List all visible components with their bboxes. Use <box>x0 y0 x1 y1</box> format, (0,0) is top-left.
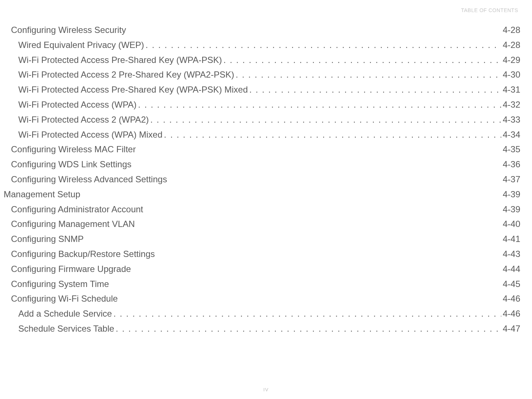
toc-entry: Wired Equivalent Privacy (WEP) . . . . .… <box>4 38 520 53</box>
toc-entry: Configuring SNMP . . . . . . . . . . . .… <box>4 232 520 247</box>
toc-entry-page: 4-34 <box>503 127 520 142</box>
toc-entry: Schedule Services Table . . . . . . . . … <box>4 321 520 336</box>
toc-entry: Wi-Fi Protected Access Pre-Shared Key (W… <box>4 82 520 97</box>
toc-entry-title: Configuring Administrator Account <box>11 202 143 217</box>
toc-leader-dots: . . . . . . . . . . . . . . . . . . . . … <box>146 38 501 53</box>
toc-entry-title: Wired Equivalent Privacy (WEP) <box>18 38 144 53</box>
toc-entry-page: 4-45 <box>503 277 520 292</box>
toc-leader-dots: . . . . . . . . . . . . . . . . . . . . … <box>116 321 501 336</box>
toc-entry-page: 4-28 <box>503 23 520 38</box>
toc-entry-title: Configuring SNMP <box>11 232 84 247</box>
toc-entry-title: Configuring Management VLAN <box>11 217 135 232</box>
toc-entry-title: Management Setup <box>4 187 80 202</box>
toc-entry-title: Configuring Firmware Upgrade <box>11 262 131 277</box>
toc-entry-page: 4-33 <box>503 112 520 127</box>
toc-entry-page: 4-40 <box>503 217 520 232</box>
page-container: TABLE OF CONTENTS Configuring Wireless S… <box>0 0 532 399</box>
toc-entry-page: 4-37 <box>503 172 520 187</box>
toc-entry: Wi-Fi Protected Access 2 (WPA2) . . . . … <box>4 112 520 127</box>
toc-entry: Configuring Wireless Security . . . . . … <box>4 23 520 38</box>
toc-entry: Wi-Fi Protected Access (WPA) . . . . . .… <box>4 97 520 112</box>
toc-entry-title: Configuring Wireless MAC Filter <box>11 142 136 157</box>
toc-entry: Configuring System Time . . . . . . . . … <box>4 277 520 292</box>
toc-entry-title: Schedule Services Table <box>18 321 114 336</box>
toc-entry-title: Configuring System Time <box>11 277 109 292</box>
toc-entry-title: Wi-Fi Protected Access Pre-Shared Key (W… <box>18 53 222 68</box>
toc-entry: Configuring Wireless Advanced Settings .… <box>4 172 520 187</box>
toc-leader-dots: . . . . . . . . . . . . . . . . . . . . … <box>164 127 501 142</box>
toc-leader-dots: . . . . . . . . . . . . . . . . . . . . … <box>223 53 501 68</box>
running-header: TABLE OF CONTENTS <box>461 7 518 13</box>
toc-entry: Configuring Wi-Fi Schedule . . . . . . .… <box>4 291 520 306</box>
toc-entry: Configuring Wireless MAC Filter . . . . … <box>4 142 520 157</box>
toc-leader-dots: . . . . . . . . . . . . . . . . . . . . … <box>235 67 501 82</box>
table-of-contents: Configuring Wireless Security . . . . . … <box>4 23 520 336</box>
toc-entry-title: Wi-Fi Protected Access (WPA) <box>18 97 137 112</box>
toc-entry-page: 4-30 <box>503 67 520 82</box>
toc-entry: Wi-Fi Protected Access (WPA) Mixed . . .… <box>4 127 520 142</box>
toc-entry: Wi-Fi Protected Access Pre-Shared Key (W… <box>4 53 520 68</box>
toc-entry: Configuring WDS Link Settings . . . . . … <box>4 157 520 172</box>
toc-entry-title: Configuring WDS Link Settings <box>11 157 131 172</box>
toc-entry: Configuring Backup/Restore Settings . . … <box>4 247 520 262</box>
toc-entry-page: 4-35 <box>503 142 520 157</box>
toc-entry-title: Wi-Fi Protected Access 2 (WPA2) <box>18 112 149 127</box>
toc-entry: Configuring Administrator Account . . . … <box>4 202 520 217</box>
toc-entry-page: 4-36 <box>503 157 520 172</box>
toc-entry-title: Wi-Fi Protected Access Pre-Shared Key (W… <box>18 82 248 97</box>
toc-leader-dots: . . . . . . . . . . . . . . . . . . . . … <box>249 82 501 97</box>
toc-entry-page: 4-46 <box>503 306 520 321</box>
toc-entry-page: 4-39 <box>503 202 520 217</box>
toc-entry-page: 4-32 <box>503 97 520 112</box>
toc-entry-title: Configuring Backup/Restore Settings <box>11 247 155 262</box>
toc-leader-dots: . . . . . . . . . . . . . . . . . . . . … <box>150 112 501 127</box>
toc-entry: Wi-Fi Protected Access 2 Pre-Shared Key … <box>4 67 520 82</box>
toc-entry: Configuring Management VLAN . . . . . . … <box>4 217 520 232</box>
toc-entry: Configuring Firmware Upgrade . . . . . .… <box>4 262 520 277</box>
toc-entry-page: 4-41 <box>503 232 520 247</box>
toc-entry-title: Configuring Wireless Advanced Settings <box>11 172 167 187</box>
toc-entry-page: 4-46 <box>503 291 520 306</box>
toc-entry-page: 4-31 <box>503 82 520 97</box>
toc-entry-title: Configuring Wi-Fi Schedule <box>11 291 118 306</box>
toc-leader-dots: . . . . . . . . . . . . . . . . . . . . … <box>113 306 501 321</box>
toc-entry-title: Configuring Wireless Security <box>11 23 126 38</box>
toc-leader-dots: . . . . . . . . . . . . . . . . . . . . … <box>138 97 501 112</box>
toc-entry-title: Wi-Fi Protected Access 2 Pre-Shared Key … <box>18 67 234 82</box>
toc-entry-page: 4-29 <box>503 53 520 68</box>
toc-entry-page: 4-43 <box>503 247 520 262</box>
footer-page-number: IV <box>0 387 532 392</box>
toc-entry-title: Wi-Fi Protected Access (WPA) Mixed <box>18 127 162 142</box>
toc-entry-title: Add a Schedule Service <box>18 306 112 321</box>
toc-entry-page: 4-47 <box>503 321 520 336</box>
toc-entry-page: 4-44 <box>503 262 520 277</box>
toc-entry-page: 4-28 <box>503 38 520 53</box>
toc-entry-page: 4-39 <box>503 187 520 202</box>
toc-entry: Management Setup . . . . . . . . . . . .… <box>4 187 520 202</box>
toc-entry: Add a Schedule Service . . . . . . . . .… <box>4 306 520 321</box>
